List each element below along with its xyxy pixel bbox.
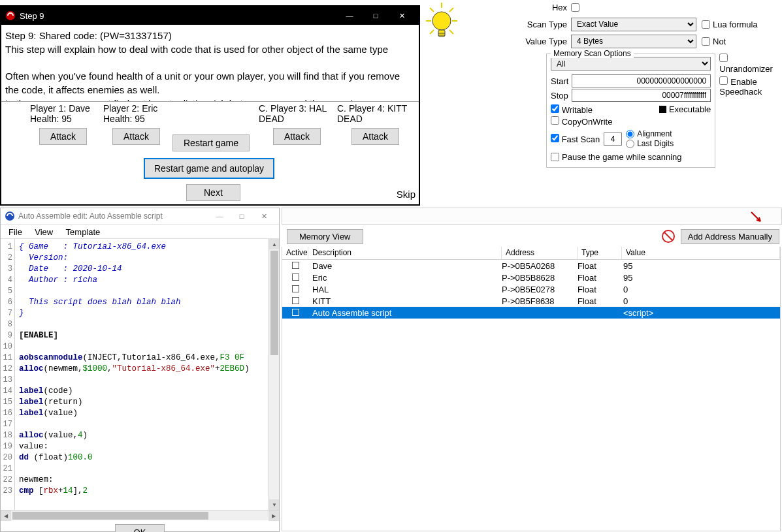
step9-description: Step 9: Shared code: (PW=31337157) This … [1, 25, 419, 102]
next-button[interactable]: Next [186, 184, 240, 201]
start-address-input[interactable] [572, 74, 711, 87]
desc-line: Step 9: Shared code: (PW=31337157) [5, 29, 414, 42]
last-digits-radio[interactable]: Last Digits [626, 139, 674, 148]
table-body: DaveP->0B5A0268Float95EricP->0B5B8628Flo… [282, 260, 780, 319]
menu-file[interactable]: File [3, 227, 27, 237]
scroll-thumb[interactable] [270, 251, 278, 355]
fast-scan-checkbox[interactable]: Fast Scan [551, 134, 600, 144]
asm-editor[interactable]: 1234567891011121314151617181920212223 { … [1, 238, 279, 510]
player-3: C. Player 3: HAL DEAD Attack [259, 103, 344, 145]
svg-line-6 [430, 30, 434, 34]
scroll-down-icon[interactable]: ▼ [269, 499, 279, 510]
toolstrip [282, 208, 782, 225]
writable-checkbox[interactable]: Writable [551, 104, 593, 115]
svg-line-3 [449, 8, 453, 12]
player-2: Player 2: Eric Health: 95 Attack [103, 103, 182, 145]
app-icon [5, 211, 15, 221]
menu-view[interactable]: View [29, 227, 58, 237]
stop-label: Stop [551, 91, 572, 101]
step9-titlebar[interactable]: Step 9 — □ ✕ [1, 7, 419, 25]
svg-line-14 [664, 232, 672, 240]
not-checkbox[interactable]: Not [702, 37, 726, 46]
vertical-scrollbar[interactable]: ▲ ▼ [269, 239, 279, 510]
col-value[interactable]: Value [622, 247, 780, 259]
table-row[interactable]: HALP->0B5E0278Float0 [282, 283, 780, 295]
minimize-button[interactable]: — [208, 210, 231, 223]
maximize-button[interactable]: □ [231, 210, 253, 223]
col-description[interactable]: Description [308, 247, 502, 259]
attack-button[interactable]: Attack [273, 128, 321, 145]
process-select[interactable]: All [551, 57, 711, 70]
close-button[interactable]: ✕ [389, 8, 415, 23]
menu-template[interactable]: Template [61, 227, 106, 237]
table-row[interactable]: KITTP->0B5F8638Float0 [282, 295, 780, 307]
table-row[interactable]: EricP->0B5B8628Float95 [282, 272, 780, 283]
add-address-manually-button[interactable]: Add Address Manually [681, 229, 779, 244]
asm-menubar: File View Template [1, 224, 279, 238]
maximize-button[interactable]: □ [363, 8, 389, 23]
auto-assemble-window: Auto Assemble edit: Auto Assemble script… [0, 208, 280, 532]
hex-label: Hex [523, 3, 571, 12]
desc-line: In these cases you must find out how to … [5, 97, 414, 102]
attack-button[interactable]: Attack [351, 128, 399, 145]
scroll-right-icon[interactable]: ▶ [269, 510, 279, 521]
attack-button[interactable]: Attack [39, 128, 87, 145]
hint-lightbulb-icon[interactable] [423, 1, 460, 40]
restart-autoplay-button[interactable]: Restart game and autoplay [144, 158, 274, 179]
executable-checkbox[interactable]: Executable [659, 104, 711, 115]
value-type-select[interactable]: 4 Bytes [571, 35, 696, 48]
red-arrow-icon[interactable] [749, 210, 763, 224]
address-table: Active Description Address Type Value Da… [282, 247, 781, 531]
player-label: Player 1: Dave [30, 103, 108, 114]
speedhack-checkbox[interactable]: Enable Speedhack [719, 76, 781, 97]
scan-panel: Hex Scan Type Exact Value Lua formula Va… [523, 0, 781, 183]
svg-line-7 [449, 30, 453, 34]
scan-type-select[interactable]: Exact Value [571, 18, 696, 31]
horizontal-scrollbar[interactable]: ◀ ▶ [1, 510, 279, 520]
attack-button[interactable]: Attack [112, 128, 160, 145]
restart-game-button[interactable]: Restart game [172, 134, 250, 151]
value-type-label: Value Type [523, 37, 571, 46]
lua-formula-checkbox[interactable]: Lua formula [702, 20, 758, 29]
player-label: C. Player 3: HAL [259, 103, 344, 114]
close-button[interactable]: ✕ [253, 210, 275, 223]
minimize-button[interactable]: — [336, 8, 363, 23]
copyonwrite-checkbox[interactable]: CopyOnWrite [551, 116, 711, 127]
table-row[interactable]: DaveP->0B5A0268Float95 [282, 260, 780, 272]
player-label: C. Player 4: KITT [337, 103, 422, 114]
desc-line: Often when you've found health of a unit… [5, 69, 414, 97]
pause-scanning-checkbox[interactable]: Pause the game while scanning [551, 152, 711, 162]
scroll-thumb[interactable] [12, 512, 208, 520]
col-address[interactable]: Address [502, 247, 578, 259]
no-entry-icon[interactable] [661, 229, 676, 243]
scroll-up-icon[interactable]: ▲ [269, 239, 279, 249]
scroll-left-icon[interactable]: ◀ [1, 510, 11, 521]
step9-title: Step 9 [20, 11, 336, 21]
col-active[interactable]: Active [282, 247, 308, 259]
player-1: Player 1: Dave Health: 95 Attack [30, 103, 108, 145]
memory-view-button[interactable]: Memory View [287, 229, 363, 244]
col-type[interactable]: Type [578, 247, 622, 259]
svg-point-8 [432, 12, 451, 30]
asm-code[interactable]: { Game : Tutorial-x86_64.exe Version: Da… [15, 239, 279, 510]
app-icon [5, 10, 16, 21]
button-row: Memory View Add Address Manually [282, 228, 782, 245]
ok-button[interactable]: OK [115, 524, 165, 533]
stop-address-input[interactable] [572, 89, 711, 102]
unrandomizer-checkbox[interactable]: Unrandomizer [719, 54, 781, 74]
player-health: Health: 95 [30, 114, 108, 124]
fast-scan-value-input[interactable] [604, 133, 622, 146]
asm-titlebar[interactable]: Auto Assemble edit: Auto Assemble script… [1, 208, 279, 224]
svg-line-2 [430, 8, 434, 12]
player-label: Player 2: Eric [103, 103, 182, 114]
skip-link[interactable]: Skip [397, 189, 415, 200]
player-health: DEAD [337, 114, 422, 124]
memory-scan-options: Memory Scan Options All Start Stop Writa… [546, 54, 715, 168]
player-4: C. Player 4: KITT DEAD Attack [337, 103, 422, 145]
alignment-radio[interactable]: Alignment [626, 129, 674, 138]
player-health: DEAD [259, 114, 344, 124]
desc-line: This step will explain how to deal with … [5, 42, 414, 56]
hex-checkbox[interactable] [571, 3, 579, 12]
table-row[interactable]: Auto Assemble script<script> [282, 307, 780, 319]
scan-type-label: Scan Type [523, 20, 571, 29]
